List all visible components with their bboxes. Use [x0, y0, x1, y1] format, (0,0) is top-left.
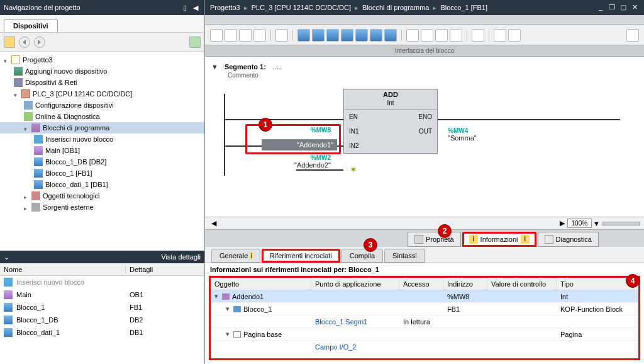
tool-icon[interactable]: [355, 29, 368, 42]
info-icon: i: [469, 235, 478, 244]
xcol-app[interactable]: Punto di applicazione: [311, 278, 399, 290]
tool-icon[interactable]: [435, 29, 448, 42]
crumb[interactable]: Blocchi di programma: [362, 4, 429, 11]
detail-row[interactable]: Blocco_1_DBDB2: [0, 314, 204, 326]
tree-config[interactable]: Configurazione dispositivi: [0, 100, 204, 111]
zoom-control[interactable]: 100% ▼: [567, 219, 600, 228]
xref-title: Informazioni sui riferimenti incrociati …: [205, 263, 644, 276]
tool-icon[interactable]: [370, 29, 382, 42]
tree-tech[interactable]: Oggetti tecnologici: [0, 190, 204, 202]
detail-row[interactable]: MainOB1: [0, 288, 204, 301]
tool-icon[interactable]: [275, 29, 288, 42]
tool-icon[interactable]: [406, 29, 419, 42]
tree-main[interactable]: Main [OB1]: [0, 145, 204, 156]
tool-icon[interactable]: [626, 29, 639, 42]
xcol-access[interactable]: Accesso: [399, 278, 443, 290]
tool-icon[interactable]: [472, 29, 484, 42]
xcol-val[interactable]: Valore di controllo: [487, 278, 557, 290]
zoom-dropdown-icon[interactable]: ▼: [593, 220, 600, 227]
tool-icon[interactable]: [210, 29, 223, 42]
xref-row[interactable]: Campo I/O_2: [211, 341, 638, 353]
annotation-badge-2: 2: [438, 224, 452, 238]
tree-src[interactable]: Sorgenti esterne: [0, 202, 204, 213]
project-tree[interactable]: Progetto3 Aggiungi nuovo dispositivo Dis…: [0, 52, 204, 251]
xcol-addr[interactable]: Indirizzo: [443, 278, 487, 290]
tool-icon[interactable]: [297, 29, 310, 42]
ladder-network[interactable]: ADD Int EN ENO IN1 OUT IN2 %MW8 "Addendo…: [224, 88, 626, 182]
tab-properties[interactable]: Proprietà: [408, 232, 461, 247]
segment-toggle-icon[interactable]: ▼: [211, 63, 218, 71]
tool-icon[interactable]: [450, 29, 462, 42]
tool-icon[interactable]: [312, 29, 325, 42]
inspector-tabs-outer: Proprietà iInformazionii Diagnostica 2: [205, 229, 644, 247]
add-pin-icon[interactable]: ✶: [350, 164, 357, 174]
crumb[interactable]: Blocco_1 [FB1]: [440, 4, 487, 11]
xref-table[interactable]: 4 Oggetto Punto di applicazione Accesso …: [209, 276, 640, 360]
tree-blocks[interactable]: Blocchi di programma: [0, 122, 204, 134]
tool-icon[interactable]: [253, 29, 266, 42]
in2-name[interactable]: "Addendo2": [236, 161, 331, 169]
tool-icon[interactable]: [384, 29, 397, 42]
add-instruction-box[interactable]: ADD Int EN ENO IN1 OUT IN2: [343, 89, 438, 154]
pin-icon[interactable]: ▯: [183, 4, 191, 11]
zoom-slider[interactable]: [602, 222, 640, 225]
tree-add-block[interactable]: Inserisci nuovo blocco: [0, 134, 204, 145]
tool-icon[interactable]: [239, 29, 252, 42]
subtab-compile[interactable]: Compila: [341, 249, 383, 263]
tab-devices[interactable]: Dispositivi: [4, 19, 58, 32]
maximize-icon[interactable]: ▢: [619, 3, 628, 12]
tool-icon[interactable]: [421, 29, 433, 42]
tree-project[interactable]: Progetto3: [0, 54, 204, 65]
annotation-badge-4: 4: [626, 274, 640, 288]
detail-title: Vista dettagli: [161, 253, 201, 261]
detail-header: Vista dettagli: [0, 251, 204, 263]
xref-row[interactable]: ▾Addendo1%MW8Int: [211, 290, 638, 303]
hscroll-left-icon[interactable]: ◀: [211, 219, 216, 227]
nav-fwd-icon[interactable]: [34, 37, 45, 48]
out-name[interactable]: "Somma": [448, 134, 477, 142]
col-name[interactable]: Nome: [0, 266, 126, 273]
tool-icon[interactable]: [225, 29, 237, 42]
xref-row[interactable]: Blocco_1 Segm1In lettura: [211, 316, 638, 328]
detail-row[interactable]: Blocco_1FB1: [0, 301, 204, 314]
tree-blocco1db[interactable]: Blocco_1_DB [DB2]: [0, 156, 204, 168]
col-detail[interactable]: Dettagli: [126, 266, 204, 273]
tree-add-device[interactable]: Aggiungi nuovo dispositivo: [0, 65, 204, 77]
tool-icon[interactable]: [326, 29, 339, 42]
close-icon[interactable]: ✕: [630, 3, 639, 12]
xref-row[interactable]: ▾Pagina basePagina: [211, 328, 638, 341]
box-type: Int: [344, 100, 437, 109]
zoom-value[interactable]: 100%: [567, 219, 592, 228]
tree-bloccodati[interactable]: Blocco_dati_1 [DB1]: [0, 179, 204, 190]
editor-area[interactable]: ▼ Segmento 1: ..... Commento ADD Int EN …: [205, 57, 644, 217]
xref-row[interactable]: ▾Blocco_1FB1KOP-Function Block: [211, 303, 638, 316]
minimize-icon[interactable]: _: [596, 3, 605, 12]
collapse-left-icon[interactable]: ◀: [193, 4, 201, 11]
segment-comment[interactable]: Commento: [211, 72, 644, 79]
left-tab-row: Dispositivi: [0, 15, 204, 33]
tree-blocco1[interactable]: Blocco_1 [FB1]: [0, 168, 204, 179]
view-mode-icon[interactable]: [189, 37, 201, 48]
detail-row[interactable]: Blocco_dati_1DB1: [0, 326, 204, 339]
restore-icon[interactable]: ❐: [608, 3, 616, 12]
xcol-object[interactable]: Oggetto: [211, 278, 311, 290]
subtab-syntax[interactable]: Sintassi: [384, 249, 425, 263]
tab-info[interactable]: iInformazionii: [462, 232, 536, 247]
tree-online[interactable]: Online & Diagnostica: [0, 111, 204, 122]
crumb[interactable]: PLC_3 [CPU 1214C DC/DC/DC]: [252, 4, 351, 11]
tool-icon[interactable]: [341, 29, 353, 42]
tree-devices-nets[interactable]: Dispositivi & Reti: [0, 77, 204, 88]
subtab-xref[interactable]: Riferimenti incrociati: [262, 249, 340, 263]
detail-row[interactable]: Inserisci nuovo blocco: [0, 276, 204, 288]
tree-plc[interactable]: PLC_3 [CPU 1214C DC/DC/DC]: [0, 88, 204, 100]
tool-icon[interactable]: [508, 29, 521, 42]
interface-bar[interactable]: Interfaccia del blocco: [205, 45, 644, 57]
new-project-icon[interactable]: [4, 37, 15, 48]
crumb[interactable]: Progetto3: [210, 4, 240, 11]
title-gap: [205, 15, 644, 25]
tab-diagnostics[interactable]: Diagnostica: [538, 232, 599, 247]
subtab-general[interactable]: Generalei: [211, 249, 260, 263]
nav-back-icon[interactable]: [19, 37, 30, 48]
tool-icon[interactable]: [494, 29, 506, 42]
hscroll-right-icon[interactable]: ▶: [560, 219, 565, 227]
